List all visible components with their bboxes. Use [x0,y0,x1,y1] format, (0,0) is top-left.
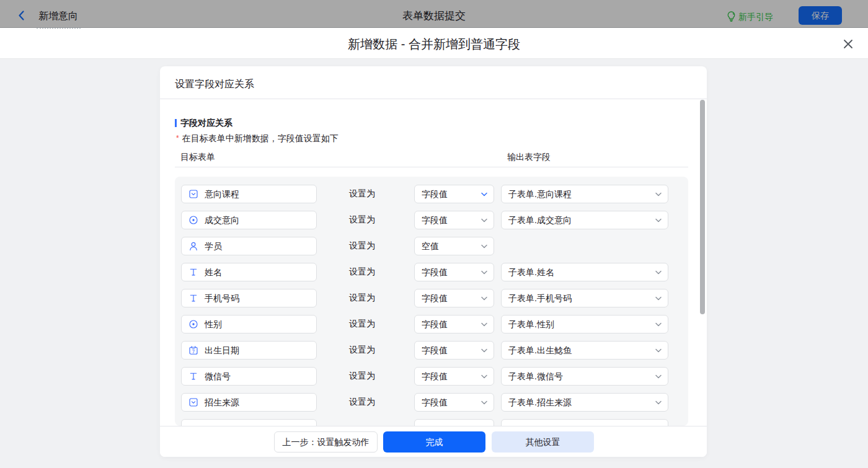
svg-text:7: 7 [192,349,195,355]
